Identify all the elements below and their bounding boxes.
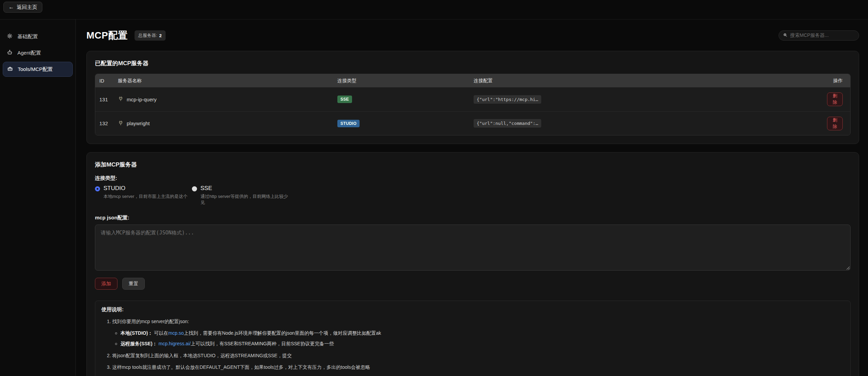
radio-label: STUDIO [103, 185, 125, 191]
config-snippet: {"url":"https://mcp.hi… [474, 95, 541, 104]
table-row: 132 playwright STUDIO {"url":null,"comma… [95, 111, 850, 135]
robot-icon [7, 49, 13, 56]
col-header-type: 连接类型 [337, 78, 474, 84]
back-home-button[interactable]: ← 返回主页 [3, 2, 42, 13]
radio-label: SSE [200, 185, 212, 191]
arrow-left-icon: ← [9, 4, 14, 10]
servers-table: ID 服务器名称 连接类型 连接配置 操作 131 mcp-ip- [95, 74, 851, 135]
delete-button[interactable]: 删除 [827, 117, 843, 130]
col-header-action: 操作 [827, 78, 850, 84]
col-header-config: 连接配置 [474, 78, 827, 84]
mcp-higress-link[interactable]: mcp.higress.ai/ [158, 341, 191, 346]
configured-servers-title: 已配置的MCP服务器 [95, 59, 851, 67]
plug-icon [118, 96, 124, 103]
usage-subitem-stdio: 本地(STDIO)： 可以在mcp.so上找到，需要你有Node.js环境并理解… [115, 330, 844, 337]
add-server-title: 添加MCP服务器 [95, 161, 851, 169]
sidebar-item-tools-mcp-config[interactable]: Tools/MCP配置 [3, 62, 73, 77]
main-content: MCP配置 总服务器: 2 搜索MCP服务器... 已配置的MCP服务器 ID … [76, 19, 868, 376]
sidebar-item-label: Tools/MCP配置 [18, 66, 53, 73]
connection-type-options: STUDIO 本地mcp server，目前市面上主流的是这个 SSE 通过ht… [95, 185, 851, 206]
radio-option-studio[interactable]: STUDIO 本地mcp server，目前市面上主流的是这个 [95, 185, 192, 206]
sidebar-item-label: Agent配置 [17, 50, 41, 56]
radio-option-sse[interactable]: SSE 通过http server等提供的，目前网络上比较少见 [192, 185, 289, 206]
usage-item-3: 3. 这样mcp tools就注册成功了。默认会放在DEFAULT_AGENT下… [107, 364, 844, 371]
mcp-so-link[interactable]: mcp.so [168, 330, 184, 336]
server-name: mcp-ip-query [127, 97, 157, 102]
badge-value: 2 [159, 33, 162, 38]
sidebar: 基础配置 Agent配置 Tools/MCP配置 [0, 19, 76, 376]
config-snippet: {"url":null,"command":… [474, 119, 541, 128]
radio-unselected-icon[interactable] [192, 186, 197, 191]
usage-notes: 使用说明: 1. 找到你要用的mcp server的配置json: 本地(STD… [95, 301, 851, 376]
bullet-icon [115, 343, 117, 345]
back-home-label: 返回主页 [17, 4, 37, 11]
sidebar-item-agent-config[interactable]: Agent配置 [3, 45, 73, 60]
table-row: 131 mcp-ip-query SSE {"url":"https://mcp… [95, 87, 850, 111]
reset-button[interactable]: 重置 [122, 278, 145, 290]
table-header-row: ID 服务器名称 连接类型 连接配置 操作 [95, 74, 850, 87]
usage-title: 使用说明: [101, 306, 844, 313]
radio-selected-icon[interactable] [95, 186, 100, 191]
add-button[interactable]: 添加 [95, 278, 117, 290]
server-name: playwright [127, 120, 150, 126]
toolbox-icon [7, 66, 13, 73]
page-header: MCP配置 总服务器: 2 搜索MCP服务器... [86, 29, 859, 42]
usage-subitem-sse: 远程服务(SSE)： mcp.higress.ai/上可以找到，有SSE和STR… [115, 340, 844, 348]
add-server-card: 添加MCP服务器 连接类型: STUDIO 本地mcp server，目前市面上… [86, 152, 859, 376]
radio-description: 通过http server等提供的，目前网络上比较少见 [200, 193, 289, 206]
badge-label: 总服务器: [138, 32, 157, 39]
configured-servers-card: 已配置的MCP服务器 ID 服务器名称 连接类型 连接配置 操作 131 [86, 51, 859, 144]
server-id: 132 [99, 120, 118, 126]
col-header-name: 服务器名称 [118, 78, 337, 84]
topbar: ← 返回主页 [0, 0, 868, 19]
connection-type-label: 连接类型: [95, 175, 851, 182]
search-icon [783, 33, 787, 38]
page-title: MCP配置 [86, 29, 128, 42]
delete-button[interactable]: 删除 [827, 92, 843, 106]
bullet-icon [115, 332, 117, 334]
search-input[interactable]: 搜索MCP服务器... [779, 30, 859, 41]
type-badge: STUDIO [337, 120, 360, 127]
radio-description: 本地mcp server，目前市面上主流的是这个 [103, 193, 187, 200]
usage-item-2: 2. 将json配置复制到上面的输入框，本地选STUDIO，远程选STREAMI… [107, 352, 844, 360]
server-count-badge: 总服务器: 2 [135, 30, 166, 41]
col-header-id: ID [99, 78, 118, 84]
gear-icon [7, 33, 13, 40]
mcp-json-textarea[interactable] [95, 225, 851, 271]
search-placeholder: 搜索MCP服务器... [790, 32, 829, 39]
usage-item-1: 1. 找到你要用的mcp server的配置json: [107, 318, 844, 326]
sidebar-item-basic-config[interactable]: 基础配置 [3, 29, 73, 44]
server-id: 131 [99, 97, 118, 102]
mcp-json-label: mcp json配置: [95, 215, 851, 221]
sidebar-item-label: 基础配置 [17, 33, 38, 40]
plug-icon [118, 120, 124, 127]
type-badge: SSE [337, 96, 352, 103]
